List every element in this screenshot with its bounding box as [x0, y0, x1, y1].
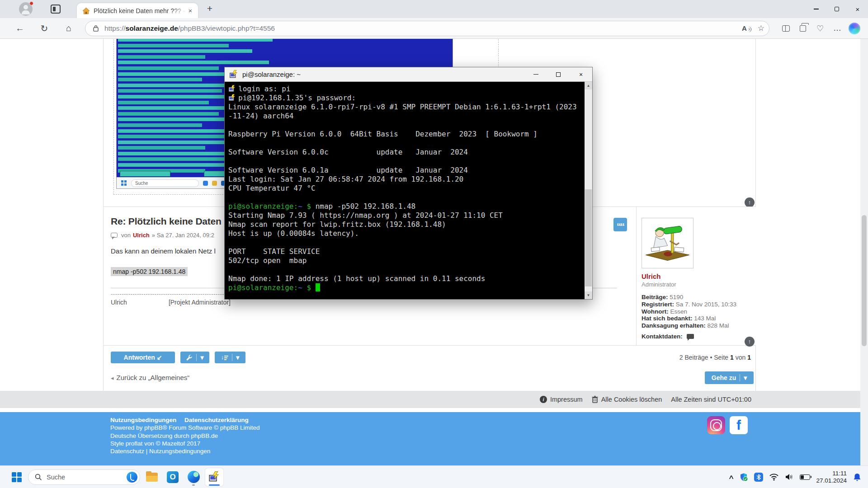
- log-line-bar: [118, 44, 229, 47]
- browser-scrollbar[interactable]: [860, 39, 868, 465]
- profile-contact-row: Kontaktdaten:: [642, 333, 756, 340]
- bing-icon[interactable]: [127, 472, 137, 483]
- start-button[interactable]: [9, 469, 24, 485]
- windows-taskbar: Suche O ∧: [0, 465, 868, 488]
- back-icon[interactable]: ←: [12, 20, 28, 37]
- search-icon: [35, 474, 42, 481]
- post-author-link[interactable]: Ulrich: [133, 232, 150, 239]
- terminal-line: Raspberry Pi Version 6.0.0 64Bit Basis D…: [228, 130, 592, 139]
- scroll-up-arrow[interactable]: ▲: [585, 82, 592, 89]
- footer-style-credit: Style proflat von © Mazeltof 2017: [110, 440, 260, 447]
- putty-minimize-button[interactable]: [524, 67, 547, 81]
- tab-close-icon[interactable]: ×: [186, 7, 194, 15]
- system-tray: ∧: [723, 470, 868, 484]
- footer-datenschutz-link[interactable]: Datenschutz: [110, 448, 144, 455]
- security-shield-icon[interactable]: [739, 473, 748, 482]
- collections-icon[interactable]: [796, 21, 810, 36]
- terminal-line: Starting Nmap 7.93 ( https://nmap.org ) …: [228, 211, 592, 220]
- terminal-line: login as: pi: [228, 84, 592, 94]
- author-avatar[interactable]: [642, 218, 693, 268]
- scroll-top-button[interactable]: ↑: [745, 337, 755, 347]
- footer-privacy-link[interactable]: Datenschutzerklärung: [184, 417, 249, 423]
- private-message-icon[interactable]: [687, 334, 694, 339]
- taskbar-edge[interactable]: [184, 468, 203, 486]
- log-line-bar: [118, 157, 229, 161]
- putty-scroll-thumb[interactable]: [585, 189, 592, 286]
- profile-notification-dot: [29, 1, 33, 5]
- putty-maximize-button[interactable]: [547, 67, 570, 81]
- contact-label: Kontaktdaten:: [642, 333, 683, 340]
- info-icon: i: [540, 396, 547, 403]
- scroll-top-button[interactable]: ↑: [745, 197, 755, 207]
- taskbar-search[interactable]: Suche: [28, 469, 140, 485]
- running-indicator: [192, 484, 195, 486]
- log-line-bar: [118, 101, 209, 104]
- window-minimize-button[interactable]: [806, 0, 826, 18]
- putty-close-button[interactable]: ×: [570, 67, 592, 81]
- terminal-line: PORT STATE SERVICE: [228, 247, 592, 256]
- back-to-forum-link[interactable]: ◂Zurück zu „Allgemeines“: [111, 374, 189, 381]
- wifi-icon[interactable]: [769, 473, 779, 481]
- taskbar-explorer[interactable]: [143, 468, 161, 486]
- quote-button[interactable]: ““: [613, 218, 627, 231]
- clock-time: 11:11: [816, 470, 847, 477]
- putty-window: pi@solaranzeige: ~ × login as: pipi@192.…: [224, 67, 593, 300]
- footer-terms-link[interactable]: Nutzungsbedingungen: [110, 417, 176, 423]
- new-tab-button[interactable]: +: [203, 3, 216, 15]
- notification-bell-icon[interactable]: [853, 473, 862, 482]
- topic-tools-button[interactable]: ▾: [180, 352, 209, 363]
- reply-button[interactable]: Antworten ↙: [111, 352, 175, 363]
- scrollbar-thumb[interactable]: [862, 215, 867, 346]
- taskbar-outlook[interactable]: O: [164, 468, 182, 486]
- volume-icon[interactable]: [785, 473, 794, 481]
- bluetooth-icon[interactable]: [754, 473, 763, 482]
- file-explorer-icon: [146, 473, 158, 482]
- goto-button[interactable]: Gehe zu ▾: [705, 371, 754, 384]
- timezone-label: Alle Zeiten sind UTC+01:00: [671, 396, 751, 403]
- tray-chevron-icon[interactable]: ∧: [728, 474, 735, 480]
- clock-date: 27.01.2024: [816, 477, 847, 484]
- impressum-link[interactable]: i Impressum: [540, 396, 583, 403]
- post-code-snippet: nmap -p502 192.168.1.48: [111, 267, 188, 276]
- split-screen-icon[interactable]: [778, 21, 793, 36]
- edge-icon: [188, 471, 200, 483]
- workspaces-icon[interactable]: [51, 5, 61, 14]
- browser-toolbar: ← ↻ ⌂ https://solaranzeige.de/phpBB3/vie…: [0, 18, 868, 39]
- settings-menu-icon[interactable]: …: [830, 21, 844, 36]
- terminal-line: Software Version 6.0.1a update Januar 20…: [228, 166, 592, 175]
- facebook-icon[interactable]: f: [730, 416, 748, 434]
- browser-tab-active[interactable]: Plötzlich keine Daten mehr ??? - ×: [77, 3, 198, 18]
- copilot-icon[interactable]: [847, 21, 862, 36]
- delete-cookies-link[interactable]: Alle Cookies löschen: [592, 396, 662, 403]
- browser-essentials-icon[interactable]: ♡: [813, 21, 827, 36]
- favorite-star-icon[interactable]: ☆: [758, 23, 764, 33]
- home-icon[interactable]: ⌂: [61, 20, 77, 37]
- putty-titlebar[interactable]: pi@solaranzeige: ~ ×: [225, 67, 592, 82]
- instagram-icon[interactable]: [707, 416, 725, 434]
- tab-title: Plötzlich keine Daten mehr ??? -: [94, 7, 186, 14]
- terminal-line: Nmap scan report for lwip.fritz.box (192…: [228, 220, 592, 229]
- putty-scrollbar[interactable]: ▲ ▼: [585, 82, 592, 299]
- url-text[interactable]: https://solaranzeige.de/phpBB3/viewtopic…: [104, 24, 275, 33]
- avatar-cartoon: [642, 218, 693, 268]
- search-placeholder: Suche: [47, 474, 127, 481]
- window-close-button[interactable]: ×: [847, 0, 868, 18]
- field-value: 143 Mal: [693, 315, 716, 322]
- sort-button[interactable]: ↓ ▾: [215, 352, 245, 363]
- mini-search-pill: Suche: [131, 179, 199, 187]
- footer-nutzung-link[interactable]: Nutzungsbedingungen: [149, 448, 210, 455]
- battery-icon[interactable]: [800, 474, 810, 480]
- taskbar-putty[interactable]: [205, 468, 223, 486]
- mini-app-icon: [212, 181, 217, 186]
- address-bar[interactable]: https://solaranzeige.de/phpBB3/viewtopic…: [85, 21, 769, 36]
- read-aloud-icon[interactable]: A: [742, 24, 751, 32]
- putty-console[interactable]: login as: pipi@192.168.1.35's password:L…: [225, 82, 592, 299]
- profile-username[interactable]: Ulrich: [642, 272, 756, 280]
- window-maximize-button[interactable]: [826, 0, 847, 18]
- scroll-down-arrow[interactable]: ▼: [585, 291, 592, 299]
- log-line-bar: [118, 39, 273, 42]
- browser-profile-avatar[interactable]: [19, 2, 33, 16]
- taskbar-clock[interactable]: 11:11 27.01.2024: [816, 470, 847, 484]
- tab-favicon-house-icon: [82, 7, 90, 14]
- reload-icon[interactable]: ↻: [36, 20, 52, 37]
